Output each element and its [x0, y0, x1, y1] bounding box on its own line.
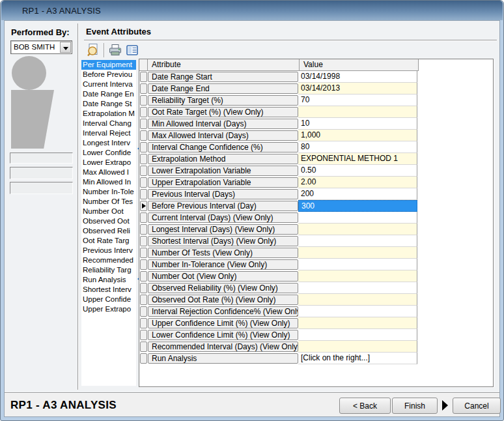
attribute-cell[interactable]: Number In-Tolerance (View Only) — [148, 259, 298, 270]
row-selector-cell[interactable] — [140, 130, 147, 141]
attribute-cell[interactable]: Previous Interval (Days) — [148, 189, 298, 199]
expand-arrow-button[interactable] — [440, 396, 450, 414]
row-selector-cell[interactable] — [140, 154, 147, 164]
list-item[interactable]: Run Analysis — [81, 275, 136, 285]
attribute-cell[interactable]: Recommended Interval (Days) (View Only) — [148, 341, 298, 352]
finish-button[interactable]: Finish — [392, 398, 438, 414]
row-selector-cell[interactable] — [140, 318, 147, 328]
value-cell[interactable]: 300 — [298, 200, 417, 212]
attribute-cell[interactable]: Longest Interval (Days) (View Only) — [148, 224, 298, 235]
attribute-cell[interactable]: Lower Confidence Limit (%) (View Only) — [148, 330, 298, 340]
list-item[interactable]: Reliability Targ — [81, 265, 136, 275]
value-cell[interactable] — [298, 341, 417, 353]
list-item[interactable]: Observed Oot — [81, 216, 136, 226]
list-item[interactable]: Observed Reli — [81, 226, 136, 236]
grid-view-button[interactable] — [124, 42, 140, 58]
value-cell[interactable]: 2.00 — [298, 177, 417, 188]
list-item[interactable]: Extrapolation M — [81, 109, 136, 119]
attribute-cell[interactable]: Number Oot (View Only) — [148, 271, 298, 282]
value-cell[interactable] — [298, 294, 417, 306]
list-item[interactable]: Upper Confide — [81, 295, 136, 304]
list-item[interactable]: Current Interva — [81, 80, 136, 89]
attribute-cell[interactable]: Min Allowed Interval (Days) — [148, 119, 298, 129]
row-selector-cell[interactable] — [140, 306, 147, 317]
value-cell[interactable] — [298, 259, 417, 270]
value-cell[interactable] — [298, 306, 417, 317]
list-item[interactable]: Interval Chang — [81, 119, 136, 128]
attribute-cell[interactable]: Observed Reliability (%) (View Only) — [148, 283, 298, 293]
attribute-cell[interactable]: Reliability Target (%) — [148, 95, 298, 106]
attribute-cell[interactable]: Interval Change Confidence (%) — [148, 142, 298, 152]
list-item[interactable]: Interval Reject — [81, 128, 136, 138]
attribute-cell[interactable]: Lower Extrapolation Variable — [148, 166, 298, 176]
value-cell[interactable]: 70 — [298, 94, 417, 106]
print-button[interactable] — [107, 42, 123, 58]
row-selector-cell[interactable] — [140, 166, 147, 176]
value-cell[interactable]: 0.50 — [298, 165, 417, 177]
row-selector-cell[interactable] — [140, 295, 147, 305]
value-cell[interactable]: EXPONENTIAL METHOD 1 — [298, 153, 417, 165]
row-selector-cell[interactable] — [140, 259, 147, 270]
row-selector-cell[interactable] — [140, 330, 147, 340]
attribute-cell[interactable]: Observed Oot Rate (%) (View Only) — [148, 295, 298, 305]
row-selector-cell[interactable] — [140, 353, 147, 364]
list-item[interactable]: Number In-Tole — [81, 187, 136, 197]
value-cell[interactable] — [298, 329, 417, 341]
value-cell[interactable] — [298, 317, 417, 329]
attribute-cell[interactable]: Extrapolation Method — [148, 154, 298, 164]
value-cell[interactable] — [298, 212, 417, 224]
value-cell[interactable]: 10 — [298, 118, 417, 130]
value-cell[interactable]: 03/14/1998 — [298, 71, 417, 83]
value-cell[interactable] — [298, 106, 417, 118]
row-selector-cell[interactable] — [140, 83, 147, 94]
value-cell[interactable] — [298, 247, 417, 259]
attributes-list[interactable]: Per EquipmentBefore PreviouCurrent Inter… — [81, 60, 136, 386]
value-cell[interactable] — [298, 224, 417, 235]
list-item[interactable]: Longest Interv — [81, 138, 136, 148]
list-item[interactable]: Max Allowed I — [81, 167, 136, 177]
list-item[interactable]: Recommended — [81, 255, 136, 265]
value-cell[interactable]: 80 — [298, 141, 417, 153]
list-item[interactable]: Date Range En — [81, 89, 136, 99]
list-item[interactable]: Before Previou — [81, 70, 136, 80]
value-cell[interactable] — [298, 282, 417, 294]
performer-combobox[interactable]: BOB SMITH — [10, 40, 72, 54]
value-cell[interactable]: [Click on the right...] — [298, 353, 417, 364]
print-preview-button[interactable] — [85, 42, 101, 58]
attribute-cell[interactable]: Upper Extrapolation Variable — [148, 177, 298, 188]
list-item[interactable]: Number Of Tes — [81, 197, 136, 207]
attribute-cell[interactable]: Max Allowed Interval (Days) — [148, 130, 298, 141]
cancel-button[interactable]: Cancel — [453, 398, 501, 414]
attribute-cell[interactable]: Interval Rejection Confidence% (View Onl… — [148, 306, 298, 317]
list-item[interactable]: Number Oot — [81, 207, 136, 216]
attribute-cell[interactable]: Current Interval (Days) (View Only) — [148, 212, 298, 223]
list-item[interactable]: Min Allowed In — [81, 177, 136, 187]
attribute-cell[interactable]: Oot Rate Target (%) (View Only) — [148, 107, 298, 117]
row-selector-cell[interactable] — [140, 212, 147, 223]
attribute-cell[interactable]: Number Of Tests (View Only) — [148, 248, 298, 258]
value-cell[interactable]: 03/14/2013 — [298, 83, 417, 94]
row-selector-cell[interactable] — [140, 177, 147, 188]
combo-dropdown-button[interactable] — [60, 42, 71, 53]
row-selector-cell[interactable] — [140, 224, 147, 235]
row-selector-cell[interactable] — [140, 271, 147, 282]
row-selector-cell[interactable] — [140, 95, 147, 106]
attribute-cell[interactable]: Date Range End — [148, 83, 298, 94]
value-cell[interactable]: 1,000 — [298, 130, 417, 141]
row-selector-cell[interactable] — [140, 236, 147, 246]
list-item[interactable]: Shortest Interv — [81, 285, 136, 295]
attribute-cell[interactable]: Run Analysis — [148, 353, 298, 364]
list-item[interactable]: Per Equipment — [81, 60, 136, 70]
attribute-cell[interactable]: Date Range Start — [148, 72, 298, 82]
list-item[interactable]: Lower Confide — [81, 148, 136, 158]
value-cell[interactable] — [298, 270, 417, 282]
row-selector-cell[interactable] — [140, 107, 147, 117]
row-selector-cell[interactable] — [140, 201, 147, 211]
row-selector-cell[interactable] — [140, 248, 147, 258]
attribute-cell[interactable]: Before Previous Interval (Day) — [148, 201, 298, 211]
back-button[interactable]: < Back — [339, 398, 391, 414]
row-selector-cell[interactable] — [140, 189, 147, 199]
list-item[interactable]: Lower Extrapo — [81, 158, 136, 167]
list-item[interactable]: Upper Extrapo — [81, 304, 136, 314]
row-selector-cell[interactable] — [140, 142, 147, 152]
